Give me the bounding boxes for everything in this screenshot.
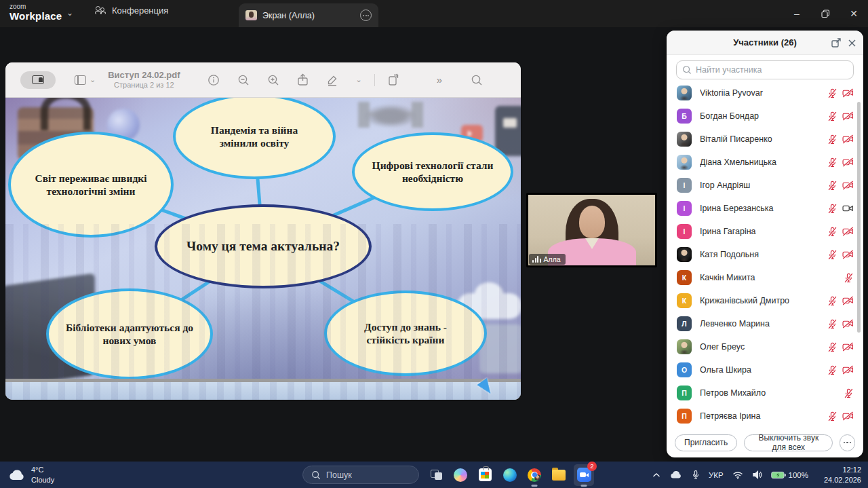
zoom-workplace-logo[interactable]: zoom Workplace xyxy=(9,3,62,22)
avatar: І xyxy=(677,178,692,193)
participant-status-icons xyxy=(827,411,854,421)
participants-scrollbar[interactable] xyxy=(857,102,861,333)
taskbar-clock[interactable]: 12:12 24.02.2026 xyxy=(824,465,861,485)
participant-row[interactable]: ІІгор Андріяш xyxy=(667,174,863,197)
chrome-running-indicator xyxy=(532,485,538,487)
microsoft-store-button[interactable] xyxy=(475,464,495,486)
participant-status-icons xyxy=(827,319,854,329)
participant-name: Петряєва Ірина xyxy=(700,411,827,421)
camera-off-icon xyxy=(842,365,854,375)
keyboard-language[interactable]: УКР xyxy=(709,471,724,479)
participant-name: Віталій Писаренко xyxy=(700,134,827,144)
more-options-button[interactable] xyxy=(840,434,855,451)
markup-pencil-icon[interactable] xyxy=(326,74,338,86)
participant-search-input[interactable] xyxy=(676,60,854,79)
camera-off-icon xyxy=(842,296,854,305)
tray-expand-icon[interactable] xyxy=(652,472,660,478)
more-tools-icon[interactable]: » xyxy=(437,74,441,86)
participant-row[interactable]: ІІрина Березанська xyxy=(667,197,863,220)
participant-status-icons xyxy=(827,181,854,191)
participant-name: Крижанівський Дмитро xyxy=(700,296,827,305)
participant-row[interactable]: ППетров Михайло xyxy=(667,381,863,405)
avatar: П xyxy=(677,386,692,400)
close-panel-icon[interactable] xyxy=(848,39,856,48)
camera-off-icon xyxy=(842,111,854,121)
avatar xyxy=(677,132,692,147)
participant-status-icons xyxy=(844,388,854,398)
popout-icon[interactable] xyxy=(831,38,841,48)
participant-row[interactable]: Діана Хмельницька xyxy=(667,151,863,174)
tab-conference[interactable]: Конференция xyxy=(95,5,168,16)
speaker-video-thumbnail[interactable]: Алла xyxy=(526,193,657,267)
mic-muted-icon xyxy=(827,157,837,168)
participant-row[interactable]: Олег Бреус xyxy=(667,335,863,358)
microphone-tray-icon[interactable] xyxy=(692,470,700,480)
slide-bubble-center: Чому ця тема актуальна? xyxy=(155,204,372,288)
title-bar: zoom Workplace ⌄ Конференция Экран (Алла… xyxy=(0,0,868,27)
chrome-button[interactable] xyxy=(524,464,545,486)
avatar: Л xyxy=(677,316,692,331)
info-icon[interactable] xyxy=(208,74,220,86)
taskbar-search[interactable]: Пошук xyxy=(302,466,419,484)
mic-muted-icon xyxy=(827,204,837,214)
participant-row[interactable]: ППетряєва Ірина xyxy=(667,405,863,428)
participant-row[interactable]: Віталій Писаренко xyxy=(667,128,863,151)
participant-list: Viktoriia PyvovarББогдан БондарВіталій П… xyxy=(667,81,863,428)
task-view-button[interactable] xyxy=(426,464,446,486)
cloud-image xyxy=(457,293,521,319)
sidebar-toggle-button[interactable]: ⌄ xyxy=(75,75,96,85)
edge-button[interactable] xyxy=(500,464,520,486)
sidebar-icon xyxy=(75,75,86,85)
camera-off-icon xyxy=(842,157,854,167)
participant-row[interactable]: ККачкін Микита xyxy=(667,266,863,289)
audio-level-icon xyxy=(532,256,541,263)
participant-row[interactable]: ББогдан Бондар xyxy=(667,105,863,128)
search-icon[interactable] xyxy=(471,74,483,86)
zoom-in-icon[interactable] xyxy=(267,74,279,86)
invite-button[interactable]: Пригласить xyxy=(675,434,737,451)
participant-name: Ірина Березанська xyxy=(700,204,827,213)
speaker-icon[interactable] xyxy=(752,470,762,479)
participant-row[interactable]: ЛЛевченко Марина xyxy=(667,312,863,335)
start-button[interactable] xyxy=(278,464,298,486)
participant-name: Катя Подольня xyxy=(700,250,827,259)
participant-status-icons xyxy=(827,250,854,260)
zoom-running-indicator xyxy=(581,485,587,487)
participant-row[interactable]: ООльга Шкира xyxy=(667,358,863,381)
cloud-weather-icon xyxy=(8,469,26,481)
zoom-app-button[interactable]: 2 xyxy=(574,464,594,486)
chevron-down-icon[interactable]: ⌄ xyxy=(66,8,73,18)
share-icon[interactable] xyxy=(297,73,309,86)
minimize-button[interactable]: – xyxy=(783,0,811,27)
participant-row[interactable]: Катя Подольня xyxy=(667,243,863,266)
weather-widget[interactable]: 4°C Cloudy xyxy=(8,465,54,485)
tab-options-icon[interactable] xyxy=(360,10,372,21)
participant-row[interactable]: ККрижанівський Дмитро xyxy=(667,289,863,312)
participant-row[interactable]: ІІрина Гагаріна xyxy=(667,220,863,243)
copilot-button[interactable] xyxy=(450,464,471,486)
tab-screen-share[interactable]: Экран (Алла) xyxy=(239,3,378,27)
camera-off-icon xyxy=(842,250,854,259)
restore-button[interactable] xyxy=(811,0,840,27)
avatar xyxy=(677,247,692,262)
mic-muted-icon xyxy=(827,342,837,352)
avatar: К xyxy=(677,293,692,308)
onedrive-icon[interactable] xyxy=(669,470,683,479)
wifi-icon[interactable] xyxy=(732,471,743,479)
zoom-notification-badge: 2 xyxy=(587,462,597,471)
mute-all-button[interactable]: Выключить звук для всех xyxy=(744,434,833,451)
battery-status[interactable]: 100% xyxy=(771,471,808,479)
pdf-toolbar: ⌄ Виступ 24.02.pdf Страница 2 из 12 ⌄ » xyxy=(5,62,521,98)
participant-row[interactable]: Viktoriia Pyvovar xyxy=(667,81,863,105)
close-button[interactable]: ✕ xyxy=(840,0,868,27)
zoom-out-icon[interactable] xyxy=(237,74,250,86)
mic-muted-icon xyxy=(827,88,837,98)
markup-chevron-icon[interactable]: ⌄ xyxy=(356,75,362,84)
avatar xyxy=(677,155,692,170)
chrome-icon xyxy=(528,468,541,482)
slide-bubble-bottom-right: Доступ до знань - стійкість країни xyxy=(324,290,487,376)
file-explorer-button[interactable] xyxy=(549,464,569,486)
presentation-slide: Пандемія та війна змінили освіту Світ пе… xyxy=(5,98,521,379)
presenter-view-button[interactable] xyxy=(20,71,56,89)
rotate-icon[interactable] xyxy=(387,73,400,86)
